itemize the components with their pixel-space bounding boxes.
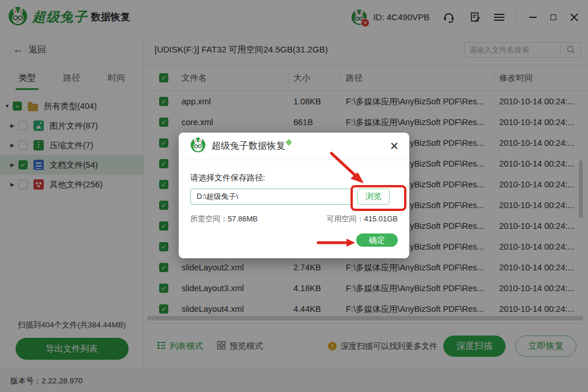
confirm-button[interactable]: 确定 bbox=[356, 233, 398, 247]
sparkle-icon bbox=[285, 139, 292, 145]
available-space: 可用空间：415.01GB bbox=[326, 214, 398, 224]
save-path-input[interactable] bbox=[190, 189, 353, 205]
save-path-label: 请选择文件保存路径: bbox=[190, 173, 398, 183]
dialog-rabbit-logo-icon bbox=[190, 137, 206, 155]
required-space: 所需空间：57.86MB bbox=[190, 214, 258, 224]
browse-button[interactable]: 浏览 bbox=[357, 189, 390, 205]
save-path-dialog: 超级兔子数据恢复 ✕ 请选择文件保存路径: 浏览 所需空间：57.86MB 可用… bbox=[179, 133, 409, 258]
app-window: 超级兔子 数据恢复 V ID: 4C490VPB bbox=[0, 0, 588, 392]
dialog-close-icon[interactable]: ✕ bbox=[390, 141, 399, 152]
dialog-title: 超级兔子数据恢复 bbox=[212, 140, 285, 152]
